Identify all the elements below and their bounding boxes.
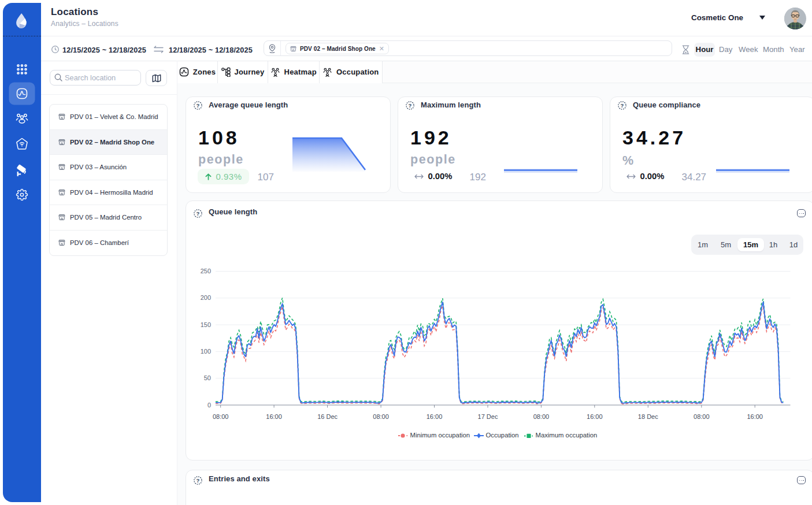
svg-text:150: 150	[200, 321, 210, 328]
svg-text:17 Dec: 17 Dec	[477, 413, 498, 420]
svg-text:08:00: 08:00	[533, 413, 549, 420]
svg-text:?: ?	[409, 102, 412, 108]
svg-text:250: 250	[200, 268, 210, 274]
svg-text:18 Dec: 18 Dec	[637, 413, 658, 420]
svg-text:16:00: 16:00	[266, 413, 282, 420]
svg-text:16:00: 16:00	[426, 413, 442, 420]
svg-text:?: ?	[196, 102, 200, 108]
svg-text:0: 0	[207, 402, 210, 409]
svg-text:?: ?	[621, 102, 624, 108]
svg-text:08:00: 08:00	[373, 413, 389, 420]
svg-text:50: 50	[203, 374, 210, 381]
svg-text:100: 100	[200, 348, 210, 355]
svg-text:16:00: 16:00	[747, 413, 763, 420]
svg-text:16 Dec: 16 Dec	[317, 413, 338, 420]
svg-text:200: 200	[200, 294, 210, 301]
svg-text:16:00: 16:00	[587, 413, 603, 420]
svg-text:08:00: 08:00	[694, 413, 710, 420]
svg-text:?: ?	[196, 477, 200, 483]
svg-text:08:00: 08:00	[212, 413, 228, 420]
